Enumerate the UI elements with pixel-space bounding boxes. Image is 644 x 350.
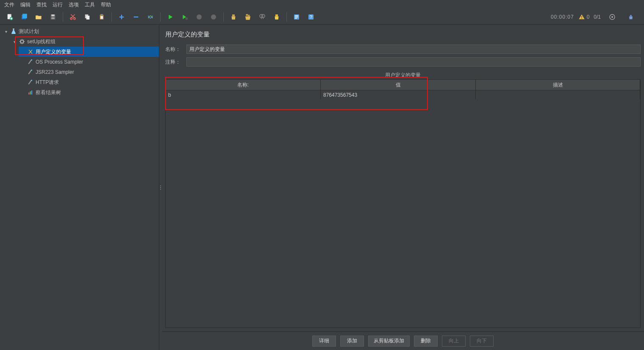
thread-count: 0/1: [594, 14, 601, 20]
name-label: 名称：: [165, 46, 184, 53]
chevron-down-icon[interactable]: ▾: [12, 39, 17, 44]
menu-edit[interactable]: 编辑: [18, 0, 33, 9]
warning-count: 0: [587, 14, 590, 20]
paste-icon[interactable]: [96, 11, 108, 23]
tree-item-os-process-sampler[interactable]: OS Process Sampler: [19, 57, 159, 67]
table-row[interactable]: b 876473567543: [166, 90, 640, 99]
delete-button[interactable]: 删除: [414, 336, 438, 347]
chevron-down-icon[interactable]: ▾: [3, 29, 8, 34]
section-label: 用户定义的变量: [165, 72, 641, 79]
templates-icon[interactable]: [18, 11, 30, 23]
svg-point-38: [31, 70, 32, 71]
function-helper-icon[interactable]: [291, 11, 303, 23]
search-icon[interactable]: [256, 11, 268, 23]
svg-rect-4: [22, 14, 27, 18]
menu-bar: 文件 编辑 查找 运行 选项 工具 帮助: [0, 0, 644, 9]
timer-label: 00:00:07: [551, 14, 574, 20]
tree-label: JSR223 Sampler: [36, 69, 74, 75]
start-icon[interactable]: [164, 11, 176, 23]
stop-threads-icon[interactable]: [606, 11, 618, 23]
tree-label: HTTP请求: [36, 79, 59, 86]
button-bar: 详细 添加 从剪贴板添加 删除 向上 向下: [162, 331, 644, 350]
up-button: 向上: [442, 336, 466, 347]
menu-search[interactable]: 查找: [34, 0, 49, 9]
svg-rect-31: [581, 18, 582, 18]
cell-name[interactable]: b: [166, 90, 321, 99]
stop-icon[interactable]: [193, 11, 205, 23]
new-file-icon[interactable]: [4, 11, 16, 23]
menu-help[interactable]: 帮助: [98, 0, 114, 9]
panel-title: 用户定义的变量: [162, 25, 644, 43]
svg-point-36: [21, 40, 24, 43]
col-header-value[interactable]: 值: [321, 80, 476, 90]
svg-rect-34: [630, 15, 632, 16]
menu-options[interactable]: 选项: [66, 0, 81, 9]
svg-rect-14: [100, 16, 103, 19]
tree-item-user-variables[interactable]: 用户定义的变量: [19, 47, 159, 57]
svg-rect-40: [28, 92, 29, 95]
shutdown-icon[interactable]: [208, 11, 219, 23]
menu-file[interactable]: 文件: [2, 0, 17, 9]
cell-desc[interactable]: [476, 90, 640, 99]
clear-all-icon[interactable]: [242, 11, 254, 23]
menu-tools[interactable]: 工具: [82, 0, 97, 9]
svg-rect-25: [275, 14, 278, 17]
gear-icon: [19, 38, 25, 45]
save-icon[interactable]: [47, 11, 59, 23]
tree-item-view-results-tree[interactable]: 察看结果树: [19, 87, 159, 98]
tree-label: 察看结果树: [36, 89, 61, 96]
warning-badge[interactable]: 0: [578, 14, 590, 20]
toolbar: ? 00:00:07 0 0/1: [0, 9, 644, 25]
svg-rect-21: [246, 14, 248, 16]
copy-icon[interactable]: [81, 11, 93, 23]
svg-rect-20: [232, 14, 235, 17]
col-header-desc[interactable]: 描述: [476, 80, 640, 90]
tree-item-http-request[interactable]: HTTP请求: [19, 77, 159, 87]
comment-label: 注释：: [165, 59, 184, 66]
comment-input[interactable]: [186, 57, 641, 67]
tree-pane: ▾ 测试计划 ▾ setUp线程组: [0, 25, 159, 350]
tree-label: setUp线程组: [27, 38, 56, 45]
tree-label: 测试计划: [19, 28, 39, 35]
name-input[interactable]: [186, 45, 641, 54]
gc-icon[interactable]: [625, 11, 637, 23]
menu-run[interactable]: 运行: [50, 0, 65, 9]
variables-table[interactable]: 名称: 值 描述 b 876473567543: [165, 79, 641, 328]
reset-search-icon[interactable]: [271, 11, 283, 23]
svg-point-33: [611, 16, 613, 18]
help-icon[interactable]: ?: [305, 11, 317, 23]
collapse-icon[interactable]: [130, 11, 142, 23]
svg-point-39: [31, 80, 32, 81]
expand-icon[interactable]: [116, 11, 128, 23]
tree-root-test-plan[interactable]: ▾ 测试计划: [2, 26, 159, 36]
clear-icon[interactable]: [228, 11, 239, 23]
sampler-icon: [27, 59, 34, 65]
tree-label: 用户定义的变量: [36, 48, 71, 56]
sampler-icon: [27, 69, 34, 76]
toggle-icon[interactable]: [144, 11, 156, 23]
svg-rect-6: [51, 14, 55, 17]
clipboard-button[interactable]: 从剪贴板添加: [368, 336, 410, 347]
svg-rect-7: [51, 17, 55, 19]
svg-point-18: [197, 14, 202, 20]
tree-thread-group[interactable]: ▾ setUp线程组: [10, 36, 159, 47]
sampler-icon: [27, 79, 34, 86]
down-button: 向下: [470, 336, 494, 347]
svg-rect-22: [248, 14, 250, 16]
detail-button[interactable]: 详细: [312, 336, 336, 347]
open-icon[interactable]: [33, 11, 44, 23]
svg-rect-41: [30, 91, 31, 94]
add-button[interactable]: 添加: [340, 336, 364, 347]
svg-point-37: [31, 59, 32, 61]
tree-item-jsr223-sampler[interactable]: JSR223 Sampler: [19, 67, 159, 77]
col-header-name[interactable]: 名称:: [166, 80, 321, 90]
cut-icon[interactable]: [67, 11, 79, 23]
svg-text:?: ?: [310, 14, 312, 19]
svg-rect-30: [581, 16, 582, 17]
cell-value[interactable]: 876473567543: [321, 90, 476, 99]
content-pane: 用户定义的变量 名称： 注释： 用户定义的变量 名称: 值 描述 b 87647…: [162, 25, 644, 350]
flask-icon: [10, 28, 17, 35]
svg-rect-11: [86, 16, 90, 20]
start-no-timers-icon[interactable]: [179, 11, 191, 23]
svg-rect-42: [31, 90, 32, 94]
